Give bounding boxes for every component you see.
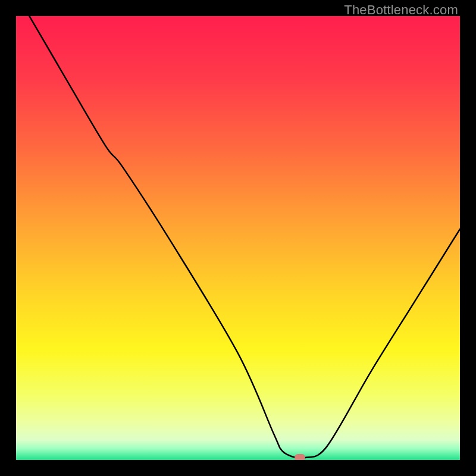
plot-area [16,16,460,460]
bottleneck-curve [16,16,460,460]
watermark-text: TheBottleneck.com [344,2,458,18]
optimal-marker [295,454,305,460]
chart-frame: TheBottleneck.com [0,0,476,476]
